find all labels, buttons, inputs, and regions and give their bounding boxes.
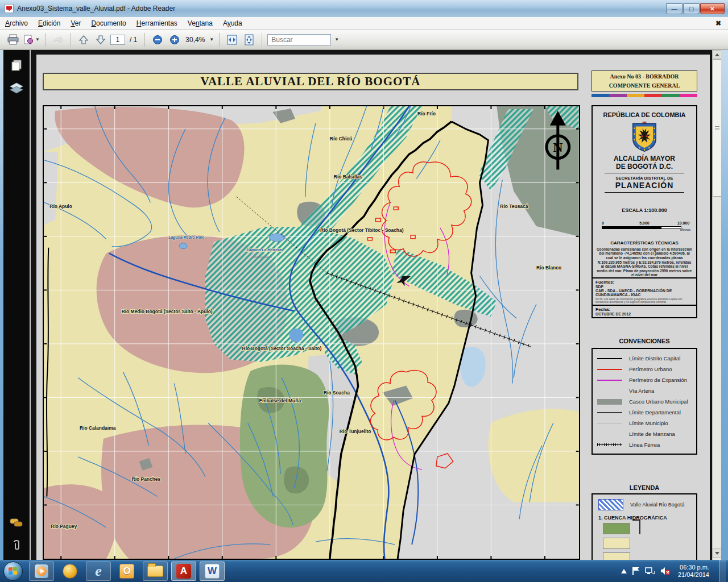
legend-label: Límite Municipio xyxy=(629,420,668,426)
stripe-segment xyxy=(592,94,609,97)
search-input[interactable] xyxy=(267,34,331,45)
show-desktop-button[interactable] xyxy=(719,560,726,582)
flag-icon xyxy=(632,567,640,575)
alcaldia-line1: ALCALDÍA MAYOR xyxy=(614,155,675,163)
menu-items: ArchivoEdiciónVerDocumentoHerramientasVe… xyxy=(0,18,247,29)
speaker-muted-icon xyxy=(660,567,671,575)
gold-app-icon xyxy=(63,564,77,579)
annotation-line1: Anexo No 03 - BORRADOR xyxy=(610,73,679,80)
legend-swatch xyxy=(597,399,622,405)
scrollbar-thumb[interactable] xyxy=(713,59,722,197)
volume-muted-button[interactable] xyxy=(660,567,671,575)
next-page-button[interactable] xyxy=(93,32,108,47)
pages-panel-button[interactable] xyxy=(8,57,25,74)
maximize-button[interactable]: ▢ xyxy=(683,3,700,14)
cuenca-swatch-green xyxy=(603,523,630,534)
scroll-up-button[interactable] xyxy=(713,50,722,59)
map-label: Río Soacha xyxy=(324,390,350,396)
zoom-level-value[interactable]: 30,4% xyxy=(185,36,205,44)
menu-item-ventana[interactable]: Ventana xyxy=(183,18,218,29)
search-caret-icon[interactable]: ▼ xyxy=(334,37,339,42)
comments-panel-button[interactable] xyxy=(8,514,25,531)
alcaldia-line2: DE BOGOTÁ D.C. xyxy=(614,163,675,171)
start-button[interactable] xyxy=(3,562,23,581)
secretaria-line2: PLANEACIÓN xyxy=(615,181,674,190)
menu-item-ayuda[interactable]: Ayuda xyxy=(218,18,247,29)
action-center-button[interactable] xyxy=(632,567,640,575)
navigation-pane xyxy=(3,50,30,560)
zoom-caret-icon[interactable]: ▼ xyxy=(209,37,214,42)
country-title: REPÚBLICA DE COLOMBIA xyxy=(603,111,685,118)
menu-item-ver[interactable]: Ver xyxy=(65,18,86,29)
taskbar-windows-media-player[interactable] xyxy=(29,562,54,581)
legend-label: Vía Arteria xyxy=(629,388,654,394)
export-button[interactable]: ▼ xyxy=(23,32,40,47)
taskbar-adobe-reader[interactable]: A xyxy=(171,562,196,581)
fit-width-button[interactable] xyxy=(225,32,239,47)
fuentes-label: Fuentes: xyxy=(595,280,693,285)
pages-icon xyxy=(10,59,23,72)
network-button[interactable] xyxy=(645,567,655,575)
clock[interactable]: 06:30 p.m. 21/04/2014 xyxy=(678,564,709,579)
legend-label: Perímetro de Expansión xyxy=(629,377,687,383)
cuenca-title: 1. CUENCA HIDROGRÁFICA xyxy=(598,515,690,521)
layers-icon xyxy=(9,82,24,94)
tray-time: 06:30 p.m. xyxy=(678,564,709,571)
legend-row: Vía Arteria xyxy=(597,385,692,396)
taskbar-internet-explorer[interactable]: e xyxy=(86,562,111,581)
export-icon xyxy=(23,34,34,45)
secretaria-line1: SECRETARÍA DISTRITAL DE xyxy=(616,176,673,181)
taskbar-word[interactable]: W xyxy=(200,562,225,581)
attachments-panel-button[interactable] xyxy=(8,537,25,554)
scroll-down-icon xyxy=(715,552,719,555)
zoom-out-button[interactable] xyxy=(150,32,165,47)
taskbar-gold-app[interactable] xyxy=(57,562,82,581)
close-button[interactable]: ✕ xyxy=(700,3,725,14)
map-label: Río Bogotá (Sector Soacha - Salto) xyxy=(242,346,322,351)
main-area: VALLE ALUVIAL DEL RÍO BOGOTÁ Anexo No 03… xyxy=(0,50,728,560)
document-canvas[interactable]: VALLE ALUVIAL DEL RÍO BOGOTÁ Anexo No 03… xyxy=(30,50,712,560)
stripe-segment xyxy=(627,94,644,97)
map-title-bar: VALLE ALUVIAL DEL RÍO BOGOTÁ xyxy=(43,73,578,90)
show-hidden-icons-button[interactable] xyxy=(621,569,627,573)
zoom-in-button[interactable] xyxy=(167,32,182,47)
legend-swatch xyxy=(597,390,622,391)
menu-item-documento[interactable]: Documento xyxy=(86,18,131,29)
menu-item-edición[interactable]: Edición xyxy=(33,18,65,29)
cuenca-swatches: Nombre de Cuenca xyxy=(598,523,690,560)
menubar: ArchivoEdiciónVerDocumentoHerramientasVe… xyxy=(0,17,728,30)
taskbar-file-explorer[interactable] xyxy=(143,562,168,581)
menubar-close-icon[interactable]: ✖ xyxy=(715,19,728,27)
menu-item-archivo[interactable]: Archivo xyxy=(0,18,33,29)
legend-label: Límite de Manzana xyxy=(629,431,675,437)
previous-page-button[interactable] xyxy=(76,32,91,47)
window-titlebar[interactable]: Anexo03_Sistema_valle_Aluvial.pdf - Adob… xyxy=(0,0,728,17)
map-label: Río Panches xyxy=(132,476,161,482)
layers-panel-button[interactable] xyxy=(8,80,25,97)
map-label: Río Chicú xyxy=(330,136,352,142)
print-button[interactable] xyxy=(6,32,20,47)
scale-unit: Metros xyxy=(680,228,690,231)
tray-date: 21/04/2014 xyxy=(678,571,709,579)
legend-row: Límite de Manzana xyxy=(597,429,692,439)
minimize-button[interactable]: — xyxy=(666,3,682,14)
arrow-up-icon xyxy=(78,34,89,45)
system-tray: 06:30 p.m. 21/04/2014 xyxy=(621,560,728,582)
pdf-page[interactable]: VALLE ALUVIAL DEL RÍO BOGOTÁ Anexo No 03… xyxy=(36,55,710,560)
map-label: Río Calandaima xyxy=(80,425,116,431)
page-number-input[interactable] xyxy=(110,35,125,45)
fuentes-line1: SDP xyxy=(595,285,693,289)
legend-label: Línea Férrea xyxy=(629,442,660,448)
vertical-scrollbar[interactable] xyxy=(712,50,721,560)
legend-label: Límite Departamental xyxy=(629,409,681,415)
map-frame[interactable]: N Río FríoRío ChicúRío BalsillasRío Apul… xyxy=(43,105,580,560)
fit-page-button[interactable] xyxy=(242,32,257,47)
chevron-up-icon xyxy=(621,569,627,573)
svg-text:N: N xyxy=(553,140,562,155)
map-label: Río Blanco xyxy=(536,265,561,271)
taskbar-outlook[interactable]: O xyxy=(114,562,139,581)
scroll-down-button[interactable] xyxy=(713,548,722,558)
menu-item-herramientas[interactable]: Herramientas xyxy=(131,18,183,29)
stripe-segment xyxy=(680,94,697,97)
scale-tick-5000: 5.000 xyxy=(639,221,650,225)
